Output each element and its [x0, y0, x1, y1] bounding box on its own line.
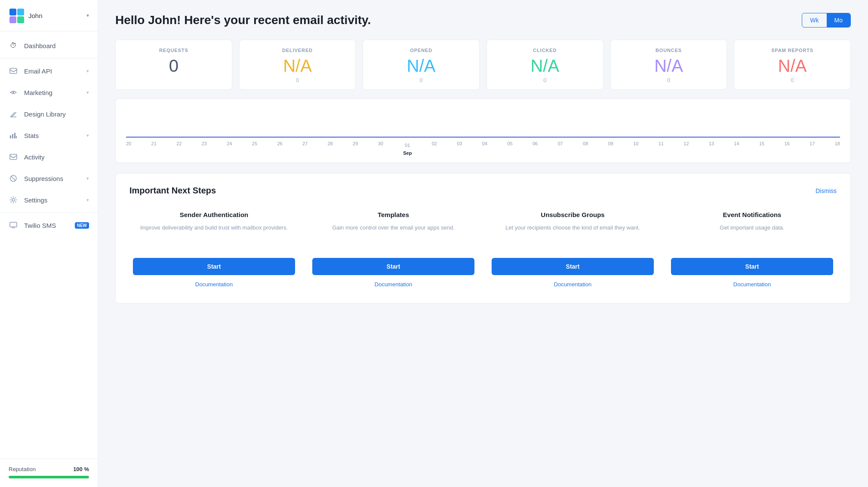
sidebar-label-design-library: Design Library [24, 110, 89, 118]
chart-label-13: 13 [709, 141, 714, 156]
period-toggle: Wk Mo [802, 13, 851, 28]
step-card-unsubscribe-groups: Unsubscribe Groups Let your recipients c… [488, 208, 657, 291]
stat-value-opened: N/A [370, 57, 472, 74]
stat-label-bounces: BOUNCES [618, 48, 720, 53]
settings-icon [9, 195, 18, 205]
sidebar-item-stats[interactable]: Stats ▾ [0, 125, 98, 146]
sidebar-label-twilio-sms: Twilio SMS [24, 222, 67, 229]
sidebar-item-marketing[interactable]: Marketing ▾ [0, 82, 98, 103]
chart-label-14: 14 [734, 141, 739, 156]
suppressions-icon [9, 174, 18, 183]
stat-value-spam-reports: N/A [741, 57, 843, 74]
stat-label-delivered: DELIVERED [246, 48, 349, 53]
chart-label-16: 16 [785, 141, 790, 156]
chart-label-23: 23 [202, 141, 207, 156]
step-title-sender-auth: Sender Authentication [133, 211, 295, 218]
step-start-unsubscribe-groups[interactable]: Start [492, 258, 654, 275]
reputation-bar [9, 476, 89, 478]
step-start-event-notifications[interactable]: Start [671, 258, 833, 275]
chart-label-15: 15 [759, 141, 764, 156]
reputation-value: 100 % [73, 466, 89, 472]
chart-label-25: 25 [252, 141, 257, 156]
steps-grid: Sender Authentication Improve deliverabi… [129, 208, 837, 291]
step-start-sender-auth[interactable]: Start [133, 258, 295, 275]
svg-rect-11 [14, 133, 15, 138]
sidebar-logo[interactable]: John ▾ [0, 0, 98, 31]
chart-label-22: 22 [176, 141, 182, 156]
sidebar-nav: ⏱ Dashboard Email API ▾ Marketing ▾ Desi… [0, 31, 98, 459]
reputation-fill [9, 476, 89, 478]
chart-label-11: 11 [659, 141, 664, 156]
sidebar-item-email-api[interactable]: Email API ▾ [0, 60, 98, 82]
next-steps-title: Important Next Steps [129, 186, 216, 196]
next-steps-section: Important Next Steps Dismiss Sender Auth… [115, 173, 851, 303]
chart-label-12: 12 [683, 141, 689, 156]
suppressions-chevron-icon: ▾ [86, 176, 89, 181]
svg-rect-3 [17, 16, 24, 23]
chart-label-03: 03 [457, 141, 462, 156]
chart-label-18: 18 [835, 141, 840, 156]
stat-card-delivered: DELIVERED N/A 0 [239, 40, 356, 90]
period-wk-button[interactable]: Wk [802, 13, 826, 27]
step-desc-unsubscribe-groups: Let your recipients choose the kind of e… [492, 224, 654, 249]
sidebar-item-twilio-sms[interactable]: Twilio SMS NEW [0, 214, 98, 236]
svg-rect-12 [16, 136, 17, 138]
step-doc-sender-auth[interactable]: Documentation [133, 281, 295, 288]
chart-label-29: 29 [353, 141, 358, 156]
sidebar-label-dashboard: Dashboard [24, 42, 89, 49]
chart-label-10: 10 [633, 141, 638, 156]
sidebar-item-settings[interactable]: Settings ▾ [0, 189, 98, 211]
chart-label-04: 04 [482, 141, 487, 156]
sidebar-item-dashboard[interactable]: ⏱ Dashboard [0, 35, 98, 56]
stat-sub-clicked: 0 [494, 77, 596, 83]
dismiss-button[interactable]: Dismiss [816, 187, 837, 194]
settings-chevron-icon: ▾ [86, 197, 89, 203]
sidebar-label-settings: Settings [24, 196, 80, 204]
page-title: Hello John! Here's your recent email act… [115, 13, 371, 27]
chart-label-07: 07 [558, 141, 563, 156]
stat-label-requests: REQUESTS [123, 48, 225, 53]
stat-value-requests: 0 [123, 57, 225, 74]
step-start-templates[interactable]: Start [312, 258, 474, 275]
chart-label-17: 17 [810, 141, 815, 156]
svg-rect-1 [17, 9, 24, 15]
step-desc-event-notifications: Get important usage data. [671, 224, 833, 249]
twilio-sms-icon [9, 221, 18, 230]
stat-card-spam-reports: SPAM REPORTS N/A 0 [734, 40, 851, 90]
step-doc-unsubscribe-groups[interactable]: Documentation [492, 281, 654, 288]
stat-label-clicked: CLICKED [494, 48, 596, 53]
chart-label-01: 01 [405, 143, 410, 148]
step-card-event-notifications: Event Notifications Get important usage … [668, 208, 837, 291]
chart-sep-wrapper: 01 Sep [403, 141, 412, 156]
dashboard-icon: ⏱ [9, 41, 18, 50]
main-header: Hello John! Here's your recent email act… [115, 13, 851, 28]
sidebar-item-activity[interactable]: Activity [0, 146, 98, 168]
sidebar-item-design-library[interactable]: Design Library [0, 103, 98, 125]
svg-point-16 [12, 199, 15, 201]
stat-card-clicked: CLICKED N/A 0 [486, 40, 603, 90]
sidebar-label-marketing: Marketing [24, 89, 80, 96]
stat-value-bounces: N/A [618, 57, 720, 74]
reputation-label: Reputation [9, 466, 36, 472]
stats-cards: REQUESTS 0 DELIVERED N/A 0 OPENED N/A 0 … [115, 40, 851, 90]
stats-icon [9, 131, 18, 140]
sidebar-label-stats: Stats [24, 132, 80, 139]
step-title-event-notifications: Event Notifications [671, 211, 833, 218]
step-doc-event-notifications[interactable]: Documentation [671, 281, 833, 288]
next-steps-header: Important Next Steps Dismiss [129, 186, 837, 196]
chart-label-26: 26 [277, 141, 282, 156]
stat-card-requests: REQUESTS 0 [115, 40, 232, 90]
svg-rect-10 [12, 134, 13, 138]
chart-label-02: 02 [432, 141, 437, 156]
step-doc-templates[interactable]: Documentation [312, 281, 474, 288]
sidebar-item-suppressions[interactable]: Suppressions ▾ [0, 168, 98, 189]
period-mo-button[interactable]: Mo [827, 13, 850, 27]
stat-value-clicked: N/A [494, 57, 596, 74]
sidebar-label-activity: Activity [24, 153, 89, 161]
stat-label-spam-reports: SPAM REPORTS [741, 48, 843, 53]
step-card-templates: Templates Gain more control over the ema… [309, 208, 478, 291]
step-title-unsubscribe-groups: Unsubscribe Groups [492, 211, 654, 218]
svg-rect-9 [10, 135, 11, 138]
step-card-sender-auth: Sender Authentication Improve deliverabi… [129, 208, 299, 291]
chart-label-08: 08 [583, 141, 588, 156]
